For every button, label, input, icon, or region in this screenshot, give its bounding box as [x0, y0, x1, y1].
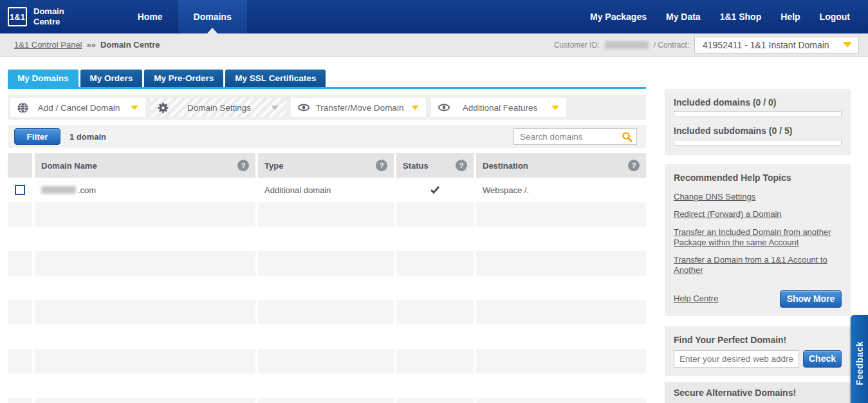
row-spacer: [8, 324, 646, 349]
header-destination-label: Destination: [483, 161, 528, 171]
app-title: Domain Centre: [33, 6, 64, 26]
search-icon[interactable]: [622, 131, 633, 142]
nav-link-my-packages[interactable]: My Packages: [590, 12, 647, 22]
header-domain-name: Domain Name ?: [35, 153, 255, 178]
chevron-down-icon: [551, 105, 559, 109]
row-spacer: [8, 373, 646, 398]
nav-link-shop[interactable]: 1&1 Shop: [720, 12, 762, 22]
included-subdomains-progressbar: [674, 140, 842, 145]
included-domains-label: Included domains (0 / 0): [674, 97, 842, 108]
contract-dropdown[interactable]: 41952411 - 1&1 Instant Domain: [694, 37, 859, 53]
tab-my-orders[interactable]: My Orders: [80, 70, 143, 87]
transfer-move-domain-button[interactable]: Transfer/Move Domain: [291, 98, 426, 117]
secure-domains-title: Secure Alternative Domains!: [665, 382, 851, 403]
additional-features-label: Additional Features: [450, 103, 549, 113]
empty-row: [8, 300, 646, 324]
globe-icon: [17, 102, 29, 114]
usage-panel: Included domains (0 / 0) Included subdom…: [665, 89, 851, 155]
row-domain-name: .com: [35, 178, 255, 202]
tab-my-ssl-certificates[interactable]: My SSL Certificates: [225, 70, 326, 87]
domain-settings-label: Domain Settings: [169, 103, 269, 113]
nav-item-home[interactable]: Home: [122, 0, 178, 33]
contract-label: / Contract:: [654, 41, 689, 50]
header-domain-name-label: Domain Name: [41, 161, 97, 171]
header-destination: Destination ?: [476, 153, 646, 178]
tab-underline: [8, 87, 646, 89]
domain-check-form: Check: [674, 350, 842, 368]
search-box: [513, 128, 637, 145]
row-checkbox[interactable]: [15, 185, 25, 195]
filter-bar: Filter 1 domain: [8, 125, 646, 148]
included-domains-progressbar: [674, 111, 842, 117]
help-icon[interactable]: ?: [237, 160, 249, 171]
header-checkbox-cell: [8, 153, 32, 178]
active-nav-notch: [207, 28, 217, 33]
tab-strip: My Domains My Orders My Pre-Orders My SS…: [8, 70, 646, 87]
nav-item-domains-label: Domains: [194, 12, 232, 22]
domain-toolbar: Add / Cancel Domain Domain Settings: [8, 95, 646, 120]
transfer-move-domain-label: Transfer/Move Domain: [310, 103, 409, 113]
add-cancel-domain-label: Add / Cancel Domain: [29, 103, 129, 113]
user-nav: My Packages My Data 1&1 Shop Help Logout: [590, 0, 868, 33]
nav-link-my-data[interactable]: My Data: [666, 12, 701, 22]
help-icon[interactable]: ?: [456, 160, 467, 171]
additional-features-button[interactable]: Additional Features: [431, 98, 566, 117]
filter-button[interactable]: Filter: [14, 128, 60, 145]
nav-link-logout[interactable]: Logout: [820, 12, 850, 22]
help-link-redirect[interactable]: Redirect (Forward) a Domain: [674, 209, 842, 220]
help-icon[interactable]: ?: [376, 160, 387, 171]
empty-row: [8, 398, 646, 403]
domains-table: Domain Name ? Type ? Status ? Destinatio…: [8, 153, 646, 403]
help-footer: Help Centre Show More: [674, 290, 842, 308]
table-header-row: Domain Name ? Type ? Status ? Destinatio…: [8, 153, 646, 178]
nav-link-help[interactable]: Help: [780, 12, 800, 22]
feedback-tab[interactable]: Feedback: [851, 315, 868, 403]
breadcrumb-separator: »»: [87, 40, 96, 50]
row-type: Additional domain: [258, 178, 394, 202]
breadcrumb-bar: 1&1 Control Panel »» Domain Centre Custo…: [0, 33, 868, 57]
help-link-dns[interactable]: Change DNS Settings: [674, 192, 842, 202]
account-info: Customer ID: / Contract: 41952411 - 1&1 …: [554, 37, 859, 53]
row-spacer: [8, 276, 646, 300]
search-input[interactable]: [513, 128, 637, 145]
main-content: My Domains My Orders My Pre-Orders My SS…: [8, 57, 646, 403]
brand: 1&1 Domain Centre: [0, 0, 77, 33]
help-link-transfer-included[interactable]: Transfer an Included Domain from another…: [674, 227, 842, 248]
tab-my-domains[interactable]: My Domains: [8, 70, 78, 87]
main-nav: Home Domains: [122, 0, 247, 33]
brand-logo: 1&1: [8, 7, 27, 26]
help-link-transfer-account[interactable]: Transfer a Domain from a 1&1 Account to …: [674, 255, 842, 276]
nav-item-domains[interactable]: Domains: [178, 0, 247, 33]
domain-count: 1 domain: [69, 132, 106, 142]
help-icon[interactable]: ?: [628, 160, 640, 171]
show-more-button[interactable]: Show More: [780, 290, 842, 308]
status-ok-icon: [430, 185, 440, 194]
domain-check-input[interactable]: [674, 350, 799, 368]
redacted-customer-id: [605, 41, 649, 49]
row-status: [396, 178, 474, 202]
table-row: .com Additional domain Webspace /.: [8, 178, 646, 202]
feedback-label: Feedback: [854, 341, 865, 386]
top-navigation: 1&1 Domain Centre Home Domains My Packag…: [0, 0, 868, 33]
chevron-down-icon: [271, 105, 278, 109]
header-status-label: Status: [403, 161, 429, 171]
domain-check-title: Find Your Perfect Domain!: [674, 335, 842, 345]
chevron-down-icon: [843, 42, 852, 48]
help-centre-link[interactable]: Help Centre: [674, 294, 718, 304]
domain-settings-button[interactable]: Domain Settings: [151, 98, 286, 117]
customer-id-label: Customer ID:: [554, 41, 600, 50]
breadcrumb-root-link[interactable]: 1&1 Control Panel: [14, 40, 82, 50]
domain-suffix: .com: [78, 185, 96, 195]
row-destination: Webspace /.: [476, 178, 646, 202]
app-title-line2: Centre: [33, 17, 64, 27]
help-topics-title: Recommended Help Topics: [674, 173, 842, 183]
eye-icon: [297, 102, 310, 113]
help-topics-panel: Recommended Help Topics Change DNS Setti…: [665, 164, 851, 316]
header-type: Type ?: [258, 153, 394, 178]
tab-my-pre-orders[interactable]: My Pre-Orders: [144, 70, 223, 87]
empty-row: [8, 349, 646, 373]
breadcrumb-current: Domain Centre: [100, 40, 160, 50]
add-cancel-domain-button[interactable]: Add / Cancel Domain: [10, 98, 145, 117]
check-button[interactable]: Check: [803, 350, 842, 368]
header-type-label: Type: [264, 161, 283, 171]
